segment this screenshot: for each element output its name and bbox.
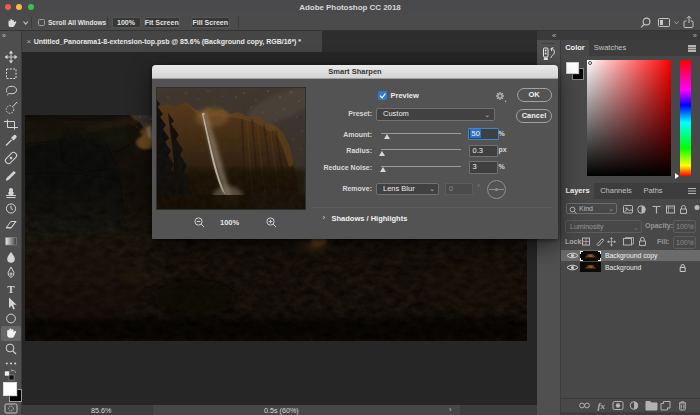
svg-text:fx: fx [598, 401, 606, 411]
svg-text:T: T [7, 283, 15, 295]
